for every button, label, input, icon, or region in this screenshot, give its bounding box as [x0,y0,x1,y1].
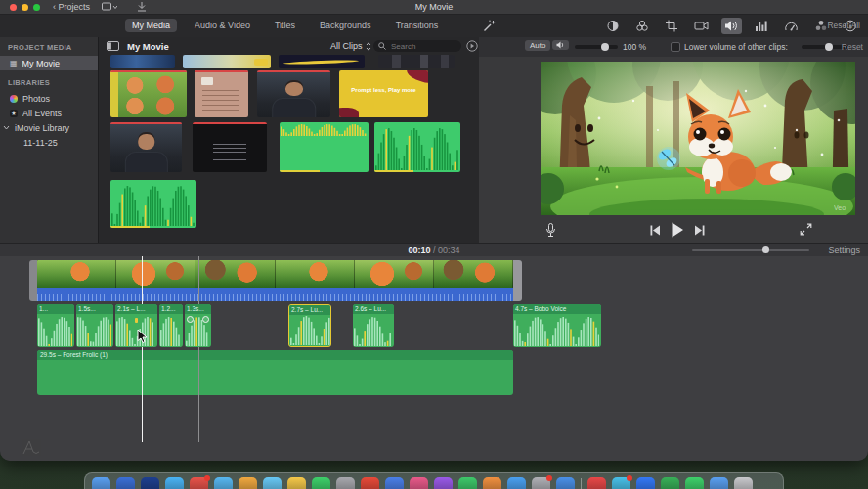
dock-app-icon[interactable] [165,477,184,489]
media-thumbnail-strip-blue[interactable] [110,55,175,68]
dock-app-icon[interactable] [734,477,753,489]
volume-percent: 100 % [623,42,646,52]
reset-button[interactable]: Reset [842,42,863,52]
timeline: 29.5s – Forest Frolic (1) 1...1.5s...2.1… [0,256,868,461]
color-balance-icon[interactable] [603,18,623,34]
titlebar: ‹ Projects My Movie [0,0,868,15]
media-thumbnail-doc[interactable] [195,70,248,117]
notification-badge [546,475,552,481]
sidebar-item-all-events[interactable]: ★ All Events [0,106,98,120]
media-thumbnail-strip-sky[interactable] [183,55,271,68]
dock-app-icon[interactable] [710,477,728,489]
dock-app-icon[interactable] [190,477,208,489]
fade-handle[interactable] [202,316,209,323]
dock[interactable] [84,472,784,489]
dock-app-icon[interactable] [458,477,477,489]
mute-button[interactable] [552,40,569,50]
sidebar-item-photos[interactable]: Photos [0,91,98,106]
sidebar-toggle-icon[interactable] [107,41,119,51]
lower-volume-checkbox[interactable] [671,42,680,52]
color-correction-icon[interactable] [632,18,652,34]
tab-backgrounds[interactable]: Backgrounds [313,19,378,32]
background-music-clip[interactable]: 29.5s – Forest Frolic (1) [37,350,513,395]
tab-my-media[interactable]: My Media [125,19,177,32]
stabilization-icon[interactable] [691,18,712,34]
dock-app-icon[interactable] [116,477,135,489]
clip-trim-handle-right[interactable] [513,260,522,301]
media-thumbnail-strip-figs[interactable] [378,55,455,68]
auto-volume-button[interactable]: Auto [525,40,550,51]
volume-icon[interactable] [721,18,742,34]
media-thumbnail-audio[interactable] [374,122,460,172]
dock-app-icon[interactable] [507,477,526,489]
dock-app-icon[interactable] [263,477,282,489]
dock-app-icon[interactable] [214,477,233,489]
preview-canvas[interactable]: Veo [541,62,855,215]
all-clips-filter[interactable]: All Clips [330,41,371,51]
tab-titles[interactable]: Titles [268,19,302,32]
filmstrip-frame [434,260,513,288]
media-thumbnail-audio-top[interactable] [280,122,369,172]
sidebar-item-my-movie[interactable]: ▦ My Movie [0,56,98,70]
skip-forward-icon[interactable] [694,225,706,236]
browser-header: My Movie All Clips [99,37,479,55]
dock-app-icon[interactable] [636,477,655,489]
dock-app-icon[interactable] [92,477,110,489]
dock-app-icon[interactable] [361,477,379,489]
dock-app-icon[interactable] [141,477,159,489]
dock-app-icon[interactable] [661,477,679,489]
sidebar-item-imovie-library[interactable]: iMovie Library [0,120,98,135]
fade-handle[interactable] [187,316,194,323]
window-title: My Movie [0,2,868,12]
sidebar-item-event-date[interactable]: 11-11-25 [0,135,98,150]
dock-app-icon[interactable] [612,477,630,489]
play-button[interactable] [671,222,684,238]
dock-app-icon[interactable] [287,477,306,489]
timeline-settings-button[interactable]: Settings [828,245,860,255]
continuous-playback-icon[interactable] [466,40,478,52]
dock-app-icon[interactable] [336,477,355,489]
fullscreen-icon[interactable] [800,223,812,236]
dock-app-icon[interactable] [239,477,257,489]
video-clip-audio-strip[interactable] [37,288,513,301]
tab-transitions[interactable]: Transitions [389,19,446,32]
crop-icon[interactable] [662,18,681,34]
media-thumbnail-audio[interactable] [110,180,196,228]
timeline-zoom-slider[interactable] [692,249,809,251]
audio-clip[interactable]: 1.2... [159,304,183,347]
audio-clip[interactable]: 4.7s – Bobo Voice [513,304,601,347]
dock-app-icon[interactable] [385,477,404,489]
media-thumbnail-webcam[interactable] [257,70,330,117]
dock-app-icon[interactable] [685,477,704,489]
playhead[interactable] [142,256,143,442]
media-thumbnail-grid[interactable] [110,70,187,117]
dock-app-icon[interactable] [312,477,330,489]
media-thumbnail-strip-swoosh[interactable] [279,55,365,68]
search-box[interactable] [373,40,461,52]
dock-app-icon[interactable] [483,477,501,489]
audio-clip[interactable]: 1.3s... [185,304,211,347]
search-input[interactable] [389,41,452,52]
media-thumbnail-promo[interactable]: Prompt less, Play more [339,70,428,117]
noise-reduction-icon[interactable] [752,18,771,34]
tab-audio-video[interactable]: Audio & Video [188,19,257,32]
volume-slider[interactable] [575,45,618,49]
dock-app-icon[interactable] [434,477,453,489]
audio-clip[interactable]: 2.7s – Lu... [288,304,331,347]
audio-clip[interactable]: 2.6s – Lu... [353,304,394,347]
clip-trim-handle-left[interactable] [29,260,37,301]
speed-icon[interactable] [781,18,802,34]
reset-all-button[interactable]: Reset All [827,21,860,30]
record-voiceover-icon[interactable] [545,223,556,238]
enhance-wand-icon[interactable] [483,20,496,32]
dock-app-icon[interactable] [410,477,428,489]
audio-clip[interactable]: 1.5s... [76,304,113,347]
video-clip-filmstrip[interactable] [37,260,513,288]
audio-clip[interactable]: 1... [37,304,74,347]
media-thumbnail-terminal[interactable] [193,122,267,172]
dock-app-icon[interactable] [587,477,606,489]
dock-app-icon[interactable] [556,477,575,489]
dock-app-icon[interactable] [532,477,550,489]
skip-back-icon[interactable] [649,225,661,236]
media-thumbnail-webcam[interactable] [110,122,182,172]
